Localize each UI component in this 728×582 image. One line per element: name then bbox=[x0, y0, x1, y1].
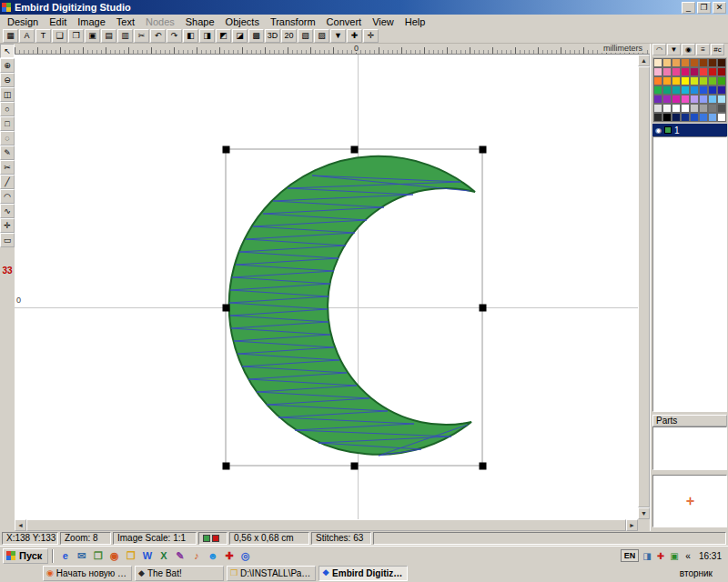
palette-color-cell[interactable] bbox=[681, 58, 690, 67]
import-button[interactable]: ▤ bbox=[101, 29, 116, 43]
node-edit-tool[interactable]: ✛ bbox=[0, 218, 15, 233]
palette-visibility-button[interactable]: ◉ bbox=[682, 44, 695, 55]
mirror-horizontal-button[interactable]: ◧ bbox=[183, 29, 198, 43]
palette-color-cell[interactable] bbox=[690, 58, 699, 67]
start-button[interactable]: Пуск bbox=[3, 548, 48, 564]
task-button[interactable]: ❒ D:\INSTALL\Разное\Embird bbox=[227, 566, 316, 581]
menu-item[interactable]: Design bbox=[2, 15, 44, 28]
quick-paint-icon[interactable]: ✎ bbox=[172, 548, 187, 564]
palette-color-cell[interactable] bbox=[717, 85, 726, 95]
palette-color-cell[interactable] bbox=[690, 67, 699, 76]
quick-media-icon[interactable]: ◉ bbox=[106, 548, 122, 564]
scroll-up-button[interactable]: ▲ bbox=[638, 55, 650, 66]
palette-color-cell[interactable] bbox=[672, 67, 681, 76]
print-button[interactable]: ▥ bbox=[117, 29, 133, 43]
design-canvas[interactable]: 0 bbox=[15, 55, 638, 519]
palette-color-cell[interactable] bbox=[653, 104, 662, 113]
palette-color-cell[interactable] bbox=[699, 104, 708, 113]
palette-color-cell[interactable] bbox=[653, 58, 662, 67]
tray-antivirus-icon[interactable]: ✚ bbox=[654, 549, 667, 562]
thread-code-button[interactable]: #c bbox=[711, 44, 724, 55]
palette-color-cell[interactable] bbox=[672, 58, 681, 67]
horizontal-scroll-thumb[interactable] bbox=[26, 519, 626, 531]
quick-chat-icon[interactable]: ☻ bbox=[205, 548, 220, 564]
minimize-button[interactable]: _ bbox=[682, 2, 695, 14]
close-button[interactable]: ✕ bbox=[713, 2, 726, 14]
palette-color-cell[interactable] bbox=[708, 104, 717, 113]
palette-color-cell[interactable] bbox=[672, 85, 681, 95]
palette-color-cell[interactable] bbox=[708, 58, 717, 67]
menu-item[interactable]: Transform bbox=[265, 15, 321, 28]
open-design-button[interactable]: ❒ bbox=[68, 29, 84, 43]
menu-item[interactable]: Text bbox=[111, 15, 140, 28]
palette-color-cell[interactable] bbox=[681, 113, 690, 122]
palette-color-cell[interactable] bbox=[662, 76, 672, 85]
undo-button[interactable]: ↶ bbox=[150, 29, 166, 43]
palette-color-cell[interactable] bbox=[681, 76, 690, 85]
scroll-right-button[interactable]: ► bbox=[626, 519, 638, 531]
curve-tool[interactable]: ◠ bbox=[0, 189, 15, 204]
layers-button[interactable]: ▧ bbox=[298, 29, 313, 43]
lasso-tool[interactable]: ◌ bbox=[0, 131, 15, 146]
task-button[interactable]: ◉ Начать новую тему :: В... bbox=[43, 566, 132, 581]
palette-color-cell[interactable] bbox=[699, 85, 708, 95]
palette-color-cell[interactable] bbox=[717, 113, 726, 122]
rotate-right-button[interactable]: ◪ bbox=[232, 29, 248, 43]
tray-display-icon[interactable]: ▣ bbox=[668, 549, 681, 562]
palette-color-cell[interactable] bbox=[717, 58, 726, 67]
tray-collapse-button[interactable]: « bbox=[682, 551, 693, 561]
palette-color-cell[interactable] bbox=[662, 58, 672, 67]
quick-word-icon[interactable]: W bbox=[139, 548, 155, 564]
menu-item[interactable]: Convert bbox=[321, 15, 368, 28]
design-manager-button[interactable]: ▦ bbox=[3, 29, 18, 43]
selection-handle[interactable] bbox=[223, 305, 230, 312]
title-bar[interactable]: Embird Digitizing Studio _❐✕ bbox=[0, 0, 728, 15]
palette-color-cell[interactable] bbox=[662, 113, 672, 122]
palette-color-cell[interactable] bbox=[690, 113, 699, 122]
zoom-fit-tool[interactable]: ◫ bbox=[0, 87, 15, 102]
palette-options-button[interactable]: ≡ bbox=[696, 44, 710, 55]
palette-color-cell[interactable] bbox=[681, 104, 690, 113]
wave-stitch-tool[interactable]: ∿ bbox=[0, 204, 15, 218]
task-button[interactable]: ◆ The Bat! bbox=[135, 566, 224, 581]
knife-tool[interactable]: ✂ bbox=[0, 160, 15, 175]
selection-handle[interactable] bbox=[351, 146, 359, 154]
palette-color-cell[interactable] bbox=[662, 95, 672, 104]
vertical-scroll-thumb[interactable] bbox=[638, 66, 650, 507]
palette-color-cell[interactable] bbox=[662, 67, 672, 76]
visibility-eye-icon[interactable]: ◉ bbox=[655, 126, 662, 135]
line-tool[interactable]: ╱ bbox=[0, 175, 15, 189]
menu-item[interactable]: Help bbox=[399, 15, 431, 28]
palette-color-cell[interactable] bbox=[717, 95, 726, 104]
selection-handle[interactable] bbox=[223, 463, 230, 470]
quick-globe-icon[interactable]: ◎ bbox=[238, 548, 253, 564]
menu-item[interactable]: Edit bbox=[44, 15, 72, 28]
text-tool-t-button[interactable]: T bbox=[35, 29, 51, 43]
palette-color-cell[interactable] bbox=[708, 113, 717, 122]
palette-color-cell[interactable] bbox=[662, 104, 672, 113]
palette-color-cell[interactable] bbox=[708, 76, 717, 85]
palette-color-cell[interactable] bbox=[653, 76, 662, 85]
center-crosshair-button[interactable]: ✛ bbox=[363, 29, 379, 43]
task-button[interactable]: ❖ Embird Digitizing Stud... bbox=[318, 566, 408, 581]
design-preview-pane[interactable]: ✛ bbox=[652, 475, 727, 527]
selection-handle[interactable] bbox=[480, 463, 487, 470]
palette-color-cell[interactable] bbox=[699, 58, 708, 67]
zoom-in-tool[interactable]: ⊕ bbox=[0, 58, 15, 73]
quick-excel-icon[interactable]: X bbox=[156, 548, 171, 564]
selection-handle[interactable] bbox=[223, 146, 230, 154]
menu-item[interactable]: Image bbox=[72, 15, 111, 28]
selection-handle[interactable] bbox=[480, 305, 487, 312]
taskbar-clock[interactable]: 16:31 bbox=[695, 551, 725, 561]
quick-mail-icon[interactable]: ✉ bbox=[74, 548, 89, 564]
vertical-scrollbar[interactable]: ▲ ▼ bbox=[638, 55, 650, 519]
palette-color-cell[interactable] bbox=[672, 76, 681, 85]
view-3d-button[interactable]: 3D bbox=[265, 29, 280, 43]
palette-color-cell[interactable] bbox=[699, 113, 708, 122]
palette-color-cell[interactable] bbox=[708, 95, 717, 104]
palette-color-cell[interactable] bbox=[717, 67, 726, 76]
palette-color-cell[interactable] bbox=[708, 67, 717, 76]
palette-color-cell[interactable] bbox=[699, 67, 708, 76]
add-node-button[interactable]: ✚ bbox=[347, 29, 362, 43]
menu-item[interactable]: Shape bbox=[180, 15, 220, 28]
